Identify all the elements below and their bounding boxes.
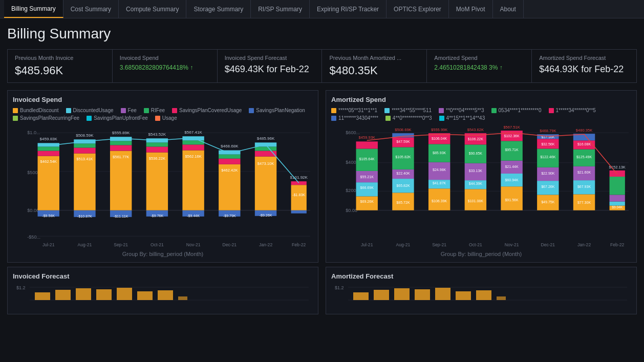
svg-rect-182 — [35, 292, 50, 300]
svg-text:$41.87K: $41.87K — [433, 181, 446, 185]
kpi-previous-amortized: Previous Month Amortized ... $480.35K — [322, 50, 427, 82]
svg-text:$85.72K: $85.72K — [396, 201, 410, 204]
bar-nov21: $567.41K $562.16K -$9.44K — [182, 130, 204, 218]
legend-rifee: RIFee — [144, 108, 165, 113]
amortized-spend-svg: $600... $400... $200... $0.00 — [331, 125, 631, 249]
svg-rect-168 — [610, 177, 625, 195]
svg-rect-35 — [146, 142, 168, 146]
svg-text:$24.98K: $24.98K — [433, 168, 446, 172]
svg-text:$567.41K: $567.41K — [184, 130, 202, 135]
kpi-sub-value-5: 2.46510281842438 3% — [434, 64, 498, 71]
legend-label-am-4: 0534****1*********0 — [499, 108, 542, 113]
svg-text:$543.52K: $543.52K — [148, 132, 166, 137]
nav-tab-mom-pivot[interactable]: MoM Pivot — [449, 0, 493, 18]
svg-rect-199 — [497, 296, 506, 300]
legend-label-discounted: DiscountedUsage — [73, 108, 114, 113]
am-bar-oct21: $543.62K $101.08K $44.39K $33.13K $90.65… — [465, 127, 486, 210]
legend-am-3: **0***04*****5**3 — [439, 108, 484, 113]
svg-text:$22.40K: $22.40K — [396, 172, 410, 175]
svg-text:$459.83K: $459.83K — [39, 137, 57, 141]
nav-tab-cost-summary[interactable]: Cost Summary — [63, 0, 119, 18]
svg-text:-$9.26K: -$9.26K — [260, 214, 272, 217]
nav-tab-expiring-risp[interactable]: Expiring RI/SP Tracker — [310, 0, 387, 18]
svg-rect-185 — [96, 289, 112, 300]
kpi-arrow-up-5: ↑ — [500, 64, 503, 71]
svg-rect-85 — [356, 196, 378, 210]
svg-rect-189 — [178, 296, 187, 300]
nav-tab-billing-summary[interactable]: Billing Summary — [4, 0, 63, 18]
svg-text:$44.39K: $44.39K — [469, 182, 483, 185]
nav-tab-about[interactable]: About — [493, 0, 524, 18]
svg-text:$22.90K: $22.90K — [541, 172, 555, 175]
legend-dot-am-8 — [439, 116, 444, 121]
amortized-forecast-area: $1.2 — [331, 282, 631, 309]
legend-label-bundled: BundledDiscount — [20, 108, 59, 113]
svg-text:$462.42K: $462.42K — [221, 168, 238, 173]
svg-text:$21.60K: $21.60K — [577, 171, 591, 174]
svg-rect-26 — [110, 145, 132, 151]
legend-label-am-7: 4**0**********0**3 — [393, 115, 432, 121]
nav-tab-risp-summary[interactable]: RI/SP Summary — [251, 0, 310, 18]
legend-dot-usage — [155, 116, 160, 121]
am-bar-feb22: $152.13K $9.04K — [609, 165, 626, 210]
svg-text:Dec-21: Dec-21 — [222, 242, 237, 247]
svg-text:$16.08K: $16.08K — [577, 142, 591, 146]
svg-text:$66.69K: $66.69K — [360, 186, 374, 189]
svg-text:-$9.44K: -$9.44K — [187, 214, 200, 218]
legend-dot-spup — [87, 116, 92, 121]
svg-rect-194 — [394, 288, 410, 300]
legend-label-spup: SavingsPlanUpfrontFee — [94, 115, 148, 121]
legend-fee: Fee — [121, 108, 137, 113]
svg-text:Sep-21: Sep-21 — [114, 242, 128, 247]
invoiced-forecast-ylabel: $1.2 — [16, 285, 26, 290]
svg-text:$567.51K: $567.51K — [503, 125, 520, 130]
svg-text:$543.62K: $543.62K — [467, 127, 484, 132]
svg-text:$67.93K: $67.93K — [577, 185, 591, 188]
svg-rect-195 — [415, 289, 430, 300]
kpi-value-1: $485.96K — [15, 64, 105, 77]
kpi-label-6: Amortized Spend Forecast — [539, 55, 629, 61]
svg-text:-$10.87K: -$10.87K — [77, 215, 92, 218]
svg-rect-27 — [110, 141, 132, 145]
svg-text:$462.54K: $462.54K — [40, 159, 57, 164]
svg-rect-19 — [74, 143, 95, 147]
bar-jan22: $485.96K $473.10K -$9.26K — [255, 136, 276, 217]
svg-text:$468.68K: $468.68K — [221, 144, 239, 148]
legend-label-am-6: 11******34304**** — [338, 115, 378, 121]
legend-dot-am-6 — [331, 116, 336, 121]
legend-label-am-3: **0***04*****5**3 — [446, 108, 484, 113]
nav-tab-compute-summary[interactable]: Compute Summary — [119, 0, 186, 18]
svg-rect-59 — [255, 146, 276, 151]
svg-rect-100 — [392, 133, 414, 137]
svg-rect-52 — [219, 151, 240, 155]
svg-text:Nov-21: Nov-21 — [186, 242, 201, 247]
svg-text:Oct-21: Oct-21 — [151, 242, 164, 247]
invoiced-spend-title: Invoiced Spend — [13, 96, 313, 103]
svg-text:$105.64K: $105.64K — [359, 157, 375, 161]
svg-rect-64 — [291, 210, 307, 214]
svg-text:$125.49K: $125.49K — [576, 155, 592, 159]
invoiced-forecast-title: Invoiced Forecast — [13, 272, 313, 280]
svg-text:$508.59K: $508.59K — [76, 133, 94, 138]
kpi-invoiced-spend-forecast: Invoiced Spend Forecast $469.43K for Feb… — [218, 50, 323, 82]
svg-rect-193 — [374, 290, 389, 300]
invoiced-spend-chart-area: $1.0... $500... $0.00 -$50... — [13, 125, 313, 257]
svg-rect-167 — [610, 195, 625, 201]
nav-tab-storage-summary[interactable]: Storage Summary — [186, 0, 251, 18]
svg-text:$47.59K: $47.59K — [396, 140, 410, 143]
nav-tab-optics[interactable]: OPTICS Explorer — [387, 0, 449, 18]
bar-sep21: $555.89K $561.77K -$11.11K — [110, 131, 132, 218]
svg-text:$32.56K: $32.56K — [541, 142, 555, 146]
svg-text:-$11.11K: -$11.11K — [114, 215, 128, 218]
amortized-spend-title: Amortized Spend — [331, 96, 631, 103]
svg-rect-197 — [456, 291, 471, 300]
amortized-forecast-title: Amortized Forecast — [331, 272, 631, 280]
amortized-forecast-svg: $1.2 — [331, 282, 631, 309]
invoiced-forecast-panel: Invoiced Forecast $1.2 — [7, 267, 318, 314]
am-bar-jan22: $480.35K $77.30K $67.93K $21.60K $125.49… — [573, 128, 595, 210]
legend-usage: Usage — [155, 115, 177, 121]
kpi-amortized-spend-forecast: Amortized Spend Forecast $464.93K for Fe… — [532, 50, 636, 82]
bar-jul21: $459.83K $462.54K -$9.56K — [38, 137, 59, 218]
svg-rect-10 — [38, 151, 59, 156]
svg-rect-18 — [74, 147, 95, 153]
